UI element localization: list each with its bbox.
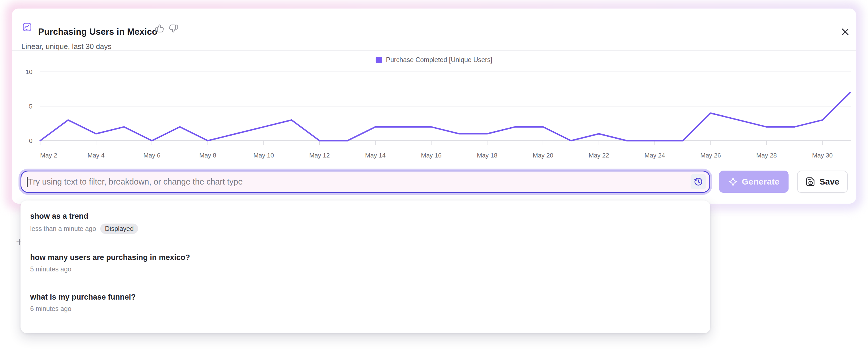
history-item[interactable]: show as a trendless than a minute agoDis… bbox=[21, 208, 710, 237]
y-axis-tick-label: 10 bbox=[26, 68, 32, 75]
chart-subtitle: Linear, unique, last 30 days bbox=[21, 42, 112, 51]
x-axis-tick-label: May 14 bbox=[365, 152, 385, 159]
query-input[interactable] bbox=[21, 171, 709, 192]
x-axis-tick-label: May 12 bbox=[309, 152, 330, 159]
insight-card: Purchasing Users in Mexico Linear, uniqu… bbox=[12, 8, 856, 204]
legend-label: Purchase Completed [Unique Users] bbox=[386, 56, 492, 64]
x-axis-tick-label: May 20 bbox=[533, 152, 553, 159]
close-icon[interactable] bbox=[840, 27, 850, 37]
thumbs-up-icon[interactable] bbox=[155, 24, 164, 33]
generate-label: Generate bbox=[742, 177, 779, 187]
history-item-timestamp: 5 minutes ago bbox=[30, 265, 71, 274]
chart-legend: Purchase Completed [Unique Users] bbox=[12, 56, 856, 64]
query-input-wrap bbox=[21, 170, 710, 193]
save-button[interactable]: Save bbox=[797, 170, 848, 193]
x-axis-tick-label: May 18 bbox=[477, 152, 497, 159]
history-item-meta: less than a minute agoDisplayed bbox=[30, 224, 701, 234]
history-item-title: What is my signup funnel? bbox=[30, 332, 701, 333]
history-item[interactable]: What is my signup funnel?6 minutes ago bbox=[21, 329, 710, 333]
x-axis-tick-label: May 22 bbox=[589, 152, 609, 159]
history-button[interactable] bbox=[690, 174, 706, 189]
save-label: Save bbox=[819, 177, 839, 187]
page-title: Purchasing Users in Mexico bbox=[38, 27, 157, 37]
history-icon bbox=[693, 176, 704, 187]
sparkle-icon bbox=[728, 177, 738, 187]
displayed-badge: Displayed bbox=[100, 224, 138, 234]
x-axis-tick-label: May 30 bbox=[812, 152, 833, 159]
x-axis-tick-label: May 6 bbox=[143, 152, 160, 159]
header-divider bbox=[12, 51, 856, 51]
x-axis-tick-label: May 2 bbox=[40, 152, 57, 159]
history-item-title: what is my purchase funnel? bbox=[30, 292, 701, 302]
x-axis-tick-label: May 28 bbox=[756, 152, 777, 159]
x-axis-tick-label: May 26 bbox=[700, 152, 721, 159]
line-chart-icon bbox=[23, 23, 31, 31]
generate-button[interactable]: Generate bbox=[719, 170, 788, 193]
x-axis-tick-label: May 16 bbox=[421, 152, 441, 159]
history-item-title: how many users are purchasing in mexico? bbox=[30, 253, 701, 262]
history-item-timestamp: less than a minute ago bbox=[30, 224, 96, 233]
x-axis-tick-label: May 4 bbox=[87, 152, 104, 159]
query-history-dropdown: show as a trendless than a minute agoDis… bbox=[21, 200, 710, 333]
history-item[interactable]: what is my purchase funnel?6 minutes ago bbox=[21, 289, 710, 316]
thumbs-down-icon[interactable] bbox=[168, 24, 178, 33]
series-line[interactable] bbox=[40, 93, 850, 141]
legend-swatch bbox=[376, 57, 382, 63]
x-axis-tick-label: May 8 bbox=[199, 152, 216, 159]
history-item-meta: 6 minutes ago bbox=[30, 305, 701, 313]
y-axis-tick-label: 0 bbox=[29, 137, 32, 145]
history-item-title: show as a trend bbox=[30, 211, 701, 221]
save-icon bbox=[805, 177, 815, 187]
history-item-meta: 5 minutes ago bbox=[30, 265, 701, 274]
y-axis-tick-label: 5 bbox=[29, 103, 32, 110]
x-axis-tick-label: May 10 bbox=[253, 152, 274, 159]
history-item-timestamp: 6 minutes ago bbox=[30, 305, 71, 313]
text-caret bbox=[27, 177, 28, 187]
x-axis-tick-label: May 24 bbox=[645, 152, 665, 159]
line-chart[interactable]: 0510May 2May 4May 6May 8May 10May 12May … bbox=[17, 65, 856, 159]
history-item[interactable]: how many users are purchasing in mexico?… bbox=[21, 250, 710, 277]
